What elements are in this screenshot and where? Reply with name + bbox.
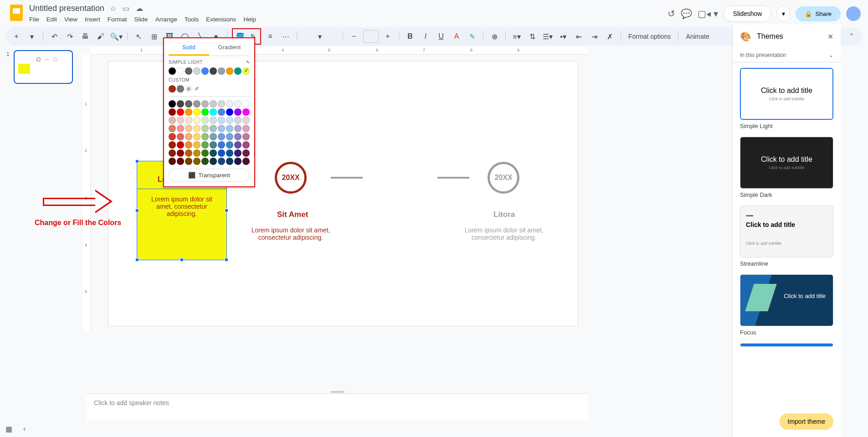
standard-swatch[interactable] [234, 125, 241, 132]
standard-swatch[interactable] [210, 117, 217, 124]
color-tab-gradient[interactable]: Gradient [209, 40, 250, 56]
theme-swatch[interactable] [185, 67, 192, 75]
connector-1[interactable] [331, 177, 363, 179]
standard-swatch[interactable] [201, 117, 209, 124]
star-icon[interactable]: ☆ [110, 4, 116, 13]
standard-swatch[interactable] [185, 149, 192, 157]
transparent-button[interactable]: ⬛̸Transparent [169, 169, 250, 182]
theme-swatch[interactable] [242, 67, 250, 75]
print-button[interactable]: 🖶 [79, 30, 92, 43]
standard-swatch[interactable] [177, 158, 184, 165]
standard-swatch[interactable] [177, 141, 184, 149]
standard-swatch[interactable] [218, 125, 225, 132]
standard-swatch[interactable] [193, 133, 200, 140]
doc-title[interactable]: Untitled presentation [29, 4, 104, 13]
standard-swatch[interactable] [210, 141, 217, 149]
new-slide-button[interactable]: + [10, 30, 23, 43]
standard-swatch[interactable] [226, 133, 233, 140]
standard-swatch[interactable] [218, 158, 225, 165]
import-theme-button[interactable]: Import theme [780, 413, 833, 430]
standard-swatch[interactable] [218, 100, 225, 108]
format-options-button[interactable]: Format options [626, 33, 673, 40]
col3-circle[interactable]: 20XX [488, 162, 519, 194]
standard-swatch[interactable] [210, 158, 217, 165]
standard-swatch[interactable] [234, 117, 241, 124]
standard-swatch[interactable] [242, 149, 250, 157]
standard-swatch[interactable] [201, 100, 209, 108]
standard-swatch[interactable] [193, 117, 200, 124]
share-button[interactable]: 🔒Share [796, 6, 841, 21]
notes-drag-handle[interactable] [331, 391, 344, 393]
menu-arrange[interactable]: Arrange [155, 16, 177, 23]
collapse-panel-icon[interactable]: ‹ [23, 425, 26, 433]
standard-swatch[interactable] [210, 125, 217, 132]
meet-icon[interactable]: ▢◂ ▾ [698, 8, 718, 19]
new-slide-dropdown[interactable]: ▾ [26, 30, 38, 43]
font-dropdown[interactable]: ▾ [302, 30, 338, 43]
comments-icon[interactable]: 💬 [681, 8, 692, 19]
theme-next-peek[interactable] [740, 343, 833, 347]
standard-swatch[interactable] [169, 158, 176, 165]
standard-swatch[interactable] [234, 100, 241, 108]
text-color-button[interactable]: A [450, 30, 463, 43]
slide-thumbnail-1[interactable] [14, 50, 73, 84]
app-logo[interactable] [7, 4, 26, 22]
font-size-inc[interactable]: + [381, 30, 394, 43]
redo-button[interactable]: ↷ [63, 30, 76, 43]
col1-desc[interactable]: Lorem ipsum dolor sit amet, consectetur … [137, 189, 226, 224]
history-icon[interactable]: ↺ [668, 8, 675, 19]
col3-desc[interactable]: Lorem ipsum dolor sit amet, consectetur … [458, 226, 550, 241]
standard-swatch[interactable] [242, 108, 250, 116]
standard-swatch[interactable] [226, 117, 233, 124]
standard-swatch[interactable] [210, 133, 217, 140]
undo-button[interactable]: ↶ [48, 30, 61, 43]
standard-swatch[interactable] [177, 117, 184, 124]
border-weight-button[interactable]: ≡ [264, 30, 277, 43]
standard-swatch[interactable] [193, 100, 200, 108]
clear-format-button[interactable]: ✗ [603, 30, 616, 43]
italic-button[interactable]: I [419, 30, 432, 43]
theme-simple-light[interactable]: Click to add titleClick to add subtitle [740, 68, 833, 120]
standard-swatch[interactable] [169, 141, 176, 149]
indent-inc-button[interactable]: ⇥ [588, 30, 601, 43]
font-size-input[interactable] [363, 30, 379, 43]
col2-desc[interactable]: Lorem ipsum dolor sit amet, consectetur … [245, 226, 336, 241]
standard-swatch[interactable] [185, 117, 192, 124]
standard-swatch[interactable] [234, 108, 241, 116]
menu-tools[interactable]: Tools [185, 16, 199, 23]
standard-swatch[interactable] [177, 108, 184, 116]
standard-swatch[interactable] [242, 100, 250, 108]
standard-swatch[interactable] [185, 141, 192, 149]
standard-swatch[interactable] [218, 108, 225, 116]
theme-swatch[interactable] [210, 67, 217, 75]
standard-swatch[interactable] [193, 125, 200, 132]
theme-swatch[interactable] [234, 67, 241, 75]
connector-2[interactable] [437, 177, 469, 179]
theme-swatch[interactable] [169, 67, 176, 75]
standard-swatch[interactable] [193, 149, 200, 157]
theme-swatch[interactable] [218, 67, 225, 75]
border-dash-button[interactable]: ⋯ [279, 30, 292, 43]
insert-link-button[interactable]: ⊕ [488, 30, 501, 43]
standard-swatch[interactable] [234, 141, 241, 149]
col2-title[interactable]: Sit Amet [277, 210, 308, 219]
standard-swatch[interactable] [177, 149, 184, 157]
line-spacing-button[interactable]: ⇅ [526, 30, 539, 43]
avatar[interactable] [846, 6, 861, 21]
highlight-button[interactable]: ✎ [466, 30, 478, 43]
font-size-dec[interactable]: − [348, 30, 360, 43]
standard-swatch[interactable] [201, 149, 209, 157]
standard-swatch[interactable] [242, 117, 250, 124]
standard-swatch[interactable] [193, 141, 200, 149]
zoom-button[interactable]: 🔍▾ [110, 30, 123, 43]
standard-swatch[interactable] [218, 117, 225, 124]
animate-button[interactable]: Animate [683, 33, 712, 40]
standard-swatch[interactable] [226, 141, 233, 149]
standard-swatch[interactable] [242, 133, 250, 140]
indent-dec-button[interactable]: ⇤ [572, 30, 585, 43]
standard-swatch[interactable] [185, 125, 192, 132]
cloud-icon[interactable]: ☁ [136, 4, 143, 13]
standard-swatch[interactable] [201, 125, 209, 132]
menu-view[interactable]: View [64, 16, 77, 23]
menu-help[interactable]: Help [243, 16, 256, 23]
